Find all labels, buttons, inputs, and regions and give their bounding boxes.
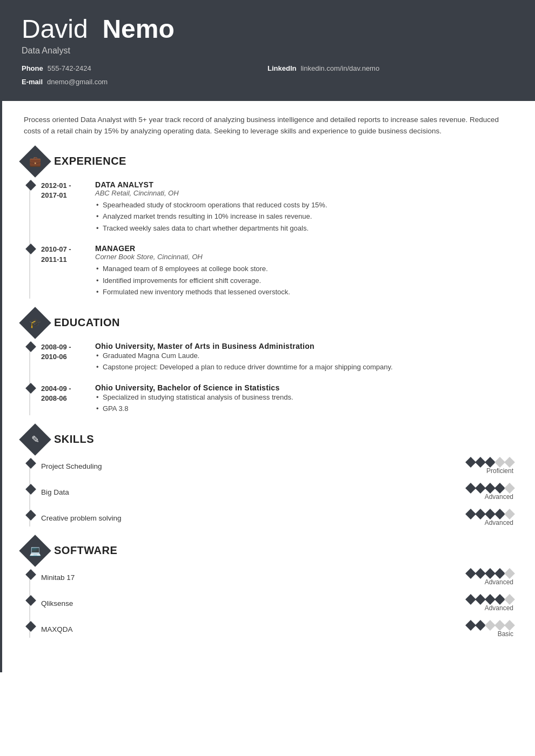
experience-entry-1: 2012-01 - 2017-01 DATA ANALYST ABC Retai… bbox=[41, 180, 513, 235]
dot bbox=[475, 568, 486, 579]
experience-entries: 2012-01 - 2017-01 DATA ANALYST ABC Retai… bbox=[29, 180, 513, 299]
phone-value: 555-742-2424 bbox=[48, 64, 91, 72]
phone-label: Phone bbox=[22, 64, 43, 72]
software-dots-3 bbox=[467, 622, 513, 629]
education-section: 🎓 EDUCATION 2008-09 - 2010-06 Ohio Unive… bbox=[24, 312, 513, 415]
full-name: David Nemo bbox=[22, 15, 513, 44]
bullet-icon bbox=[25, 244, 36, 255]
bullet-icon bbox=[25, 383, 36, 394]
edu-bullets-2: Specialized in studying statistical anal… bbox=[95, 392, 513, 414]
dot bbox=[485, 620, 496, 631]
bullet-icon bbox=[25, 569, 36, 580]
first-name: David bbox=[22, 15, 88, 43]
entry-title-2: MANAGER bbox=[95, 244, 513, 253]
software-name-3: MAXQDA bbox=[41, 625, 467, 633]
bullet-item: Identified improvements for efficient sh… bbox=[95, 275, 513, 286]
skills-icon-wrapper: ✎ bbox=[19, 423, 51, 455]
bullet-icon bbox=[25, 180, 36, 191]
dot bbox=[504, 568, 515, 579]
education-icon-wrapper: 🎓 bbox=[19, 307, 51, 339]
edu-date-1: 2008-09 - 2010-06 bbox=[41, 342, 95, 374]
software-header: 💻 SOFTWARE bbox=[24, 539, 513, 562]
skills-header: ✎ SKILLS bbox=[24, 428, 513, 451]
skill-name-3: Creative problem solving bbox=[41, 514, 467, 522]
education-entry-2: 2004-09 - 2008-06 Ohio University, Bache… bbox=[41, 383, 513, 415]
skill-name-2: Big Data bbox=[41, 488, 467, 496]
education-header: 🎓 EDUCATION bbox=[24, 312, 513, 334]
bullet-icon bbox=[25, 484, 36, 495]
dot bbox=[465, 483, 476, 494]
edu-title-2: Ohio University, Bachelor of Science in … bbox=[95, 383, 513, 392]
software-rating-3: Basic bbox=[467, 622, 513, 638]
bullet-item: GPA 3.8 bbox=[95, 403, 513, 414]
education-title: EDUCATION bbox=[54, 316, 120, 329]
experience-icon: 💼 bbox=[29, 156, 41, 167]
entry-date-1: 2012-01 - 2017-01 bbox=[41, 180, 95, 235]
skills-section: ✎ SKILLS Project Scheduling Proficient bbox=[24, 428, 513, 526]
software-dots-1 bbox=[467, 570, 513, 577]
experience-icon-wrapper: 💼 bbox=[19, 145, 51, 177]
skills-title: SKILLS bbox=[54, 433, 94, 446]
bullet-item: Capstone project: Developed a plan to re… bbox=[95, 362, 513, 373]
software-entry-2: Qliksense Advanced bbox=[41, 596, 513, 612]
entry-date-2: 2010-07 - 2011-11 bbox=[41, 244, 95, 299]
summary-text: Process oriented Data Analyst with 5+ ye… bbox=[24, 114, 513, 137]
bullet-item: Spearheaded study of stockroom operation… bbox=[95, 200, 513, 211]
education-icon: 🎓 bbox=[29, 317, 41, 329]
bullet-item: Managed team of 8 employees at college b… bbox=[95, 264, 513, 274]
bullet-item: Tracked weekly sales data to chart wheth… bbox=[95, 223, 513, 234]
dot bbox=[485, 509, 496, 519]
dot bbox=[475, 483, 486, 494]
dot bbox=[504, 620, 515, 631]
experience-entry-2: 2010-07 - 2011-11 MANAGER Corner Book St… bbox=[41, 244, 513, 299]
software-entry-3: MAXQDA Basic bbox=[41, 622, 513, 638]
skill-dots-3 bbox=[467, 510, 513, 518]
skill-rating-3: Advanced bbox=[467, 510, 513, 526]
dot bbox=[494, 568, 505, 579]
dot bbox=[485, 594, 496, 605]
software-icon: 💻 bbox=[29, 545, 41, 557]
resume-header: David Nemo Data Analyst Phone 555-742-24… bbox=[0, 0, 535, 101]
entry-subtitle-2: Corner Book Store, Cincinnati, OH bbox=[95, 253, 513, 261]
software-level-2: Advanced bbox=[485, 604, 513, 612]
dot bbox=[485, 483, 496, 494]
job-title: Data Analyst bbox=[22, 46, 513, 56]
skill-entry-2: Big Data Advanced bbox=[41, 484, 513, 501]
dot bbox=[475, 509, 486, 519]
main-content: Process oriented Data Analyst with 5+ ye… bbox=[0, 101, 535, 672]
entry-subtitle-1: ABC Retail, Cincinnati, OH bbox=[95, 189, 513, 197]
dot bbox=[504, 594, 515, 605]
software-title: SOFTWARE bbox=[54, 544, 117, 557]
edu-date-2: 2004-09 - 2008-06 bbox=[41, 383, 95, 415]
experience-header: 💼 EXPERIENCE bbox=[24, 150, 513, 173]
contact-info: Phone 555-742-2424 LinkedIn linkedin.com… bbox=[22, 64, 513, 89]
software-name-1: Minitab 17 bbox=[41, 573, 467, 582]
skill-dots-1 bbox=[467, 458, 513, 466]
bullet-item: Formulated new inventory methods that le… bbox=[95, 287, 513, 298]
entry-content-1: DATA ANALYST ABC Retail, Cincinnati, OH … bbox=[95, 180, 513, 235]
software-entries: Minitab 17 Advanced Qliksense bbox=[29, 570, 513, 638]
email-label: E-mail bbox=[22, 78, 43, 86]
dot bbox=[494, 457, 505, 468]
dot bbox=[494, 594, 505, 605]
skill-level-3: Advanced bbox=[485, 519, 513, 526]
dot bbox=[465, 457, 476, 468]
dot bbox=[485, 568, 496, 579]
edu-title-1: Ohio University, Master of Arts in Busin… bbox=[95, 342, 513, 350]
bullet-icon bbox=[25, 595, 36, 606]
linkedin-row: LinkedIn linkedin.com/in/dav.nemo bbox=[268, 64, 513, 72]
dot bbox=[475, 594, 486, 605]
dot bbox=[494, 483, 505, 494]
education-entry-1: 2008-09 - 2010-06 Ohio University, Maste… bbox=[41, 342, 513, 374]
skills-icon: ✎ bbox=[31, 434, 39, 446]
dot bbox=[465, 568, 476, 579]
dot bbox=[485, 457, 496, 468]
skill-rating-2: Advanced bbox=[467, 484, 513, 501]
software-icon-wrapper: 💻 bbox=[19, 535, 51, 566]
linkedin-label: LinkedIn bbox=[268, 64, 296, 72]
bullet-icon bbox=[25, 621, 36, 632]
edu-bullets-1: Graduated Magna Cum Laude. Capstone proj… bbox=[95, 350, 513, 373]
entry-content-2: MANAGER Corner Book Store, Cincinnati, O… bbox=[95, 244, 513, 299]
dot bbox=[475, 620, 486, 631]
dot bbox=[504, 483, 515, 494]
